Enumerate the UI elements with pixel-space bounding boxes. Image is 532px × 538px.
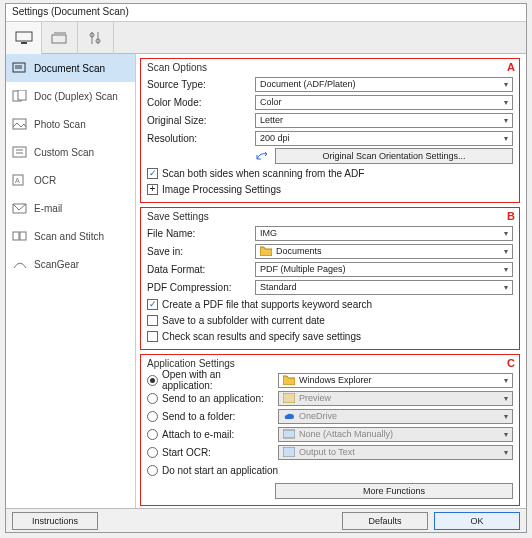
sidebar-item-email[interactable]: E-mail [6,194,135,222]
preview-icon [283,393,295,403]
chevron-down-icon: ▾ [504,394,508,403]
orientation-settings-button[interactable]: Original Scan Orientation Settings... [275,148,513,164]
original-size-label: Original Size: [147,115,251,126]
sidebar-item-label: Document Scan [34,63,105,74]
sidebar-item-duplex-scan[interactable]: Doc (Duplex) Scan [6,82,135,110]
tab-tools[interactable] [78,22,114,54]
chevron-down-icon: ▾ [504,98,508,107]
chevron-down-icon: ▾ [504,134,508,143]
duplex-icon [12,89,28,103]
email-icon [12,201,28,215]
send-to-folder-radio[interactable] [147,411,158,422]
tools-icon [86,30,106,46]
sidebar-item-photo-scan[interactable]: Photo Scan [6,110,135,138]
save-in-label: Save in: [147,246,251,257]
source-type-select[interactable]: Document (ADF/Platen)▾ [255,77,513,92]
resolution-select[interactable]: 200 dpi▾ [255,131,513,146]
data-format-select[interactable]: PDF (Multiple Pages)▾ [255,262,513,277]
chevron-down-icon: ▾ [504,376,508,385]
scan-both-sides-label: Scan both sides when scanning from the A… [162,168,364,179]
tab-scan-from-computer[interactable] [6,22,42,54]
window-title: Settings (Document Scan) [12,6,129,17]
image-processing-label: Image Processing Settings [162,184,281,195]
resolution-label: Resolution: [147,133,251,144]
start-ocr-select[interactable]: Output to Text▾ [278,445,513,460]
ocr-icon: A [12,173,28,187]
send-to-app-radio[interactable] [147,393,158,404]
explorer-icon [283,375,295,385]
send-to-app-select[interactable]: Preview▾ [278,391,513,406]
chevron-down-icon: ▾ [504,247,508,256]
sidebar-item-label: ScanGear [34,259,79,270]
sidebar-item-label: Scan and Stitch [34,231,104,242]
group-letter-c: C [507,357,515,369]
original-size-select[interactable]: Letter▾ [255,113,513,128]
svg-rect-23 [283,447,295,457]
chevron-down-icon: ▾ [504,265,508,274]
scan-both-sides-checkbox[interactable] [147,168,158,179]
open-with-app-select[interactable]: Windows Explorer▾ [278,373,513,388]
scanner-icon [50,30,70,46]
subfolder-date-checkbox[interactable] [147,315,158,326]
start-ocr-radio[interactable] [147,447,158,458]
svg-rect-2 [52,35,66,43]
svg-rect-21 [283,393,295,403]
monitor-icon [14,30,34,46]
save-settings-legend: Save Settings [147,211,513,222]
stitch-icon [12,229,28,243]
start-ocr-label: Start OCR: [162,447,274,458]
sidebar-item-document-scan[interactable]: Document Scan [6,54,135,82]
color-mode-label: Color Mode: [147,97,251,108]
chevron-down-icon: ▾ [504,229,508,238]
color-mode-select[interactable]: Color▾ [255,95,513,110]
sidebar: Document Scan Doc (Duplex) Scan Photo Sc… [6,54,136,508]
check-results-label: Check scan results and specify save sett… [162,331,361,342]
sidebar-item-label: E-mail [34,203,62,214]
chevron-down-icon: ▾ [504,430,508,439]
tab-scan-from-panel[interactable] [42,22,78,54]
pdf-compression-select[interactable]: Standard▾ [255,280,513,295]
defaults-button[interactable]: Defaults [342,512,428,530]
do-not-start-label: Do not start an application [162,465,278,476]
instructions-button[interactable]: Instructions [12,512,98,530]
attach-email-radio[interactable] [147,429,158,440]
photo-icon [12,117,28,131]
application-settings-legend: Application Settings [147,358,513,369]
chevron-down-icon: ▾ [504,412,508,421]
data-format-label: Data Format: [147,264,251,275]
check-results-checkbox[interactable] [147,331,158,342]
sidebar-item-label: Doc (Duplex) Scan [34,91,118,102]
sidebar-item-scangear[interactable]: ScanGear [6,250,135,278]
settings-window: Settings (Document Scan) Document Scan D… [5,3,527,533]
svg-rect-1 [21,42,27,44]
svg-rect-0 [16,32,32,41]
chevron-down-icon: ▾ [504,448,508,457]
group-letter-b: B [507,210,515,222]
attach-email-select[interactable]: None (Attach Manually)▾ [278,427,513,442]
attach-email-label: Attach to e-mail: [162,429,274,440]
file-name-input[interactable]: IMG▾ [255,226,513,241]
restore-default-icon[interactable] [255,150,271,162]
ok-button[interactable]: OK [434,512,520,530]
sidebar-item-ocr[interactable]: A OCR [6,166,135,194]
do-not-start-radio[interactable] [147,465,158,476]
send-to-folder-select[interactable]: OneDrive▾ [278,409,513,424]
more-functions-button[interactable]: More Functions [275,483,513,499]
top-toolbar [6,22,526,54]
window-titlebar: Settings (Document Scan) [6,4,526,22]
mail-icon [283,429,295,439]
scangear-icon [12,257,28,271]
send-to-folder-label: Send to a folder: [162,411,274,422]
save-in-select[interactable]: Documents▾ [255,244,513,259]
chevron-down-icon: ▾ [504,283,508,292]
svg-rect-14 [13,147,26,157]
text-output-icon [283,447,295,457]
image-processing-expand[interactable]: + [147,184,158,195]
svg-rect-19 [13,232,19,240]
open-with-app-radio[interactable] [147,375,158,386]
chevron-down-icon: ▾ [504,80,508,89]
sidebar-item-scan-stitch[interactable]: Scan and Stitch [6,222,135,250]
keyword-search-checkbox[interactable] [147,299,158,310]
send-to-app-label: Send to an application: [162,393,274,404]
sidebar-item-custom-scan[interactable]: Custom Scan [6,138,135,166]
